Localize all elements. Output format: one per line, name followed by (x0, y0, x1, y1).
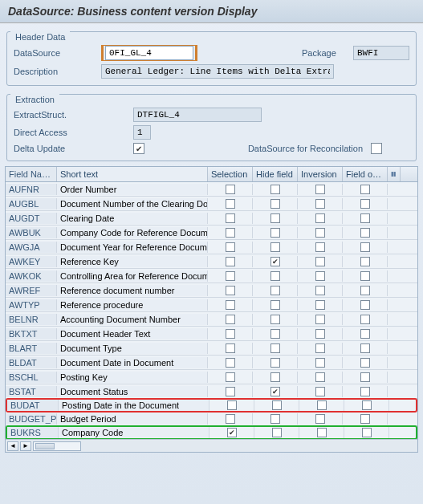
cell-selection[interactable] (208, 343, 253, 354)
cell-selection[interactable] (208, 256, 253, 267)
cell-hide[interactable] (253, 198, 298, 209)
cell-inversion[interactable] (299, 400, 344, 411)
cell-hide[interactable] (253, 184, 298, 195)
table-row[interactable]: AWKEYReference Key (6, 254, 417, 269)
horizontal-scrollbar[interactable]: ◄ ► (6, 439, 417, 452)
cell-hide[interactable] (254, 400, 299, 411)
cell-selection[interactable] (209, 427, 254, 438)
cell-hide[interactable] (253, 413, 298, 425)
cell-field-only[interactable] (343, 270, 388, 282)
table-row[interactable]: AWREFReference document number (6, 283, 417, 298)
cell-hide[interactable] (253, 227, 298, 238)
cell-selection[interactable] (208, 213, 253, 224)
col-hide-field[interactable]: Hide field (253, 167, 298, 181)
table-row[interactable]: BUDGET_PDBudget Period (6, 412, 417, 426)
table-row[interactable]: BUKRSCompany Code (6, 425, 417, 439)
cell-field-only[interactable] (343, 242, 388, 253)
cell-inversion[interactable] (298, 184, 343, 195)
cell-inversion[interactable] (298, 299, 343, 311)
col-selection[interactable]: Selection (208, 167, 253, 181)
table-row[interactable]: AUGBLDocument Number of the Clearing Doc… (6, 197, 417, 211)
cell-hide[interactable] (253, 270, 298, 282)
cell-selection[interactable] (208, 242, 253, 253)
col-inversion[interactable]: Inversion (298, 167, 343, 181)
cell-selection[interactable] (208, 198, 253, 209)
table-row[interactable]: BSCHLPosting Key (6, 370, 417, 384)
cell-hide[interactable] (253, 285, 298, 296)
cell-inversion[interactable] (298, 256, 343, 267)
table-row[interactable]: BLARTDocument Type (6, 341, 417, 356)
scroll-thumb[interactable] (35, 443, 55, 449)
cell-inversion[interactable] (298, 314, 343, 325)
cell-field-only[interactable] (344, 400, 389, 411)
cell-hide[interactable] (253, 314, 298, 325)
cell-selection[interactable] (208, 357, 253, 368)
cell-field-only[interactable] (343, 328, 388, 339)
cell-hide[interactable] (253, 372, 298, 383)
cell-field-only[interactable] (343, 299, 388, 311)
cell-field-only[interactable] (343, 198, 388, 209)
cell-field-only[interactable] (343, 386, 388, 397)
cell-hide[interactable] (253, 328, 298, 339)
scroll-left-icon[interactable]: ◄ (7, 441, 18, 451)
col-field-name[interactable]: Field Name (6, 167, 57, 181)
cell-inversion[interactable] (298, 386, 343, 397)
table-row[interactable]: BUDATPosting Date in the Document (6, 398, 417, 413)
cell-selection[interactable] (208, 270, 253, 282)
scroll-right-icon[interactable]: ► (20, 441, 31, 451)
cell-field-only[interactable] (343, 213, 388, 224)
scroll-track[interactable] (33, 441, 81, 451)
table-row[interactable]: BSTATDocument Status (6, 384, 417, 399)
cell-field-only[interactable] (343, 372, 388, 383)
cell-inversion[interactable] (298, 213, 343, 224)
cell-selection[interactable] (208, 372, 253, 383)
cell-selection[interactable] (208, 314, 253, 325)
cell-inversion[interactable] (298, 227, 343, 238)
cell-field-only[interactable] (343, 285, 388, 296)
cell-hide[interactable] (253, 357, 298, 368)
cell-hide[interactable] (253, 386, 298, 397)
cell-field-only[interactable] (343, 314, 388, 325)
cell-inversion[interactable] (298, 270, 343, 282)
cell-hide[interactable] (253, 242, 298, 253)
cell-hide[interactable] (253, 299, 298, 311)
cell-field-only[interactable] (343, 357, 388, 368)
cell-inversion[interactable] (298, 413, 343, 425)
cell-selection[interactable] (208, 413, 253, 425)
cell-hide[interactable] (253, 213, 298, 224)
datasource-field[interactable] (105, 46, 193, 60)
reconcilation-checkbox[interactable] (371, 143, 382, 154)
cell-selection[interactable] (208, 227, 253, 238)
cell-field-only[interactable] (343, 413, 388, 425)
cell-inversion[interactable] (298, 372, 343, 383)
cell-inversion[interactable] (298, 285, 343, 296)
table-row[interactable]: AWKOKControlling Area for Reference Docu… (6, 269, 417, 283)
table-row[interactable]: BKTXTDocument Header Text (6, 327, 417, 341)
table-row[interactable]: AWTYPReference procedure (6, 298, 417, 312)
cell-inversion[interactable] (298, 357, 343, 368)
table-row[interactable]: BELNRAccounting Document Number (6, 312, 417, 327)
col-field-only[interactable]: Field only.. (343, 167, 388, 181)
cell-selection[interactable] (209, 400, 254, 411)
cell-hide[interactable] (254, 427, 299, 438)
cell-field-only[interactable] (343, 343, 388, 354)
col-short-text[interactable]: Short text (57, 167, 208, 181)
cell-field-only[interactable] (344, 427, 389, 438)
table-row[interactable]: AWGJADocument Year for Reference Documen… (6, 240, 417, 254)
cell-inversion[interactable] (298, 198, 343, 209)
grid-config-icon[interactable] (388, 167, 401, 181)
cell-selection[interactable] (208, 285, 253, 296)
cell-field-only[interactable] (343, 256, 388, 267)
delta-update-checkbox[interactable] (133, 143, 144, 154)
cell-field-only[interactable] (343, 227, 388, 238)
cell-selection[interactable] (208, 299, 253, 311)
cell-inversion[interactable] (298, 343, 343, 354)
table-row[interactable]: AWBUKCompany Code for Reference Document… (6, 226, 417, 240)
cell-hide[interactable] (253, 256, 298, 267)
table-row[interactable]: AUFNROrder Number (6, 182, 417, 197)
cell-inversion[interactable] (299, 427, 344, 438)
cell-hide[interactable] (253, 343, 298, 354)
table-row[interactable]: AUGDTClearing Date (6, 211, 417, 226)
cell-inversion[interactable] (298, 328, 343, 339)
cell-selection[interactable] (208, 184, 253, 195)
